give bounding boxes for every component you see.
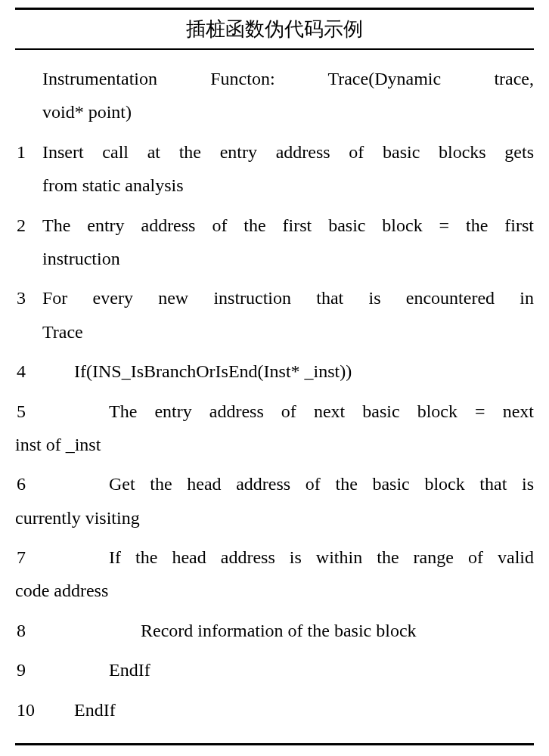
code-row: 8Record information of the basic block (15, 611, 534, 650)
line-segment: code address (15, 574, 534, 607)
line-number: 8 (15, 614, 42, 647)
code-row: 3For every new instruction that is encou… (15, 278, 534, 352)
header-text-block: Instrumentation Functon: Trace(Dynamic t… (42, 62, 534, 129)
line-number: 5 (15, 395, 42, 428)
code-row: 2The entry address of the first basic bl… (15, 206, 534, 279)
code-row: 4If(INS_IsBranchOrIsEnd(Inst* _inst)) (15, 352, 534, 391)
pseudocode-table: 插桩函数伪代码示例 Instrumentation Functon: Trace… (15, 8, 534, 745)
line-segment: Get the head address of the basic block … (42, 467, 534, 500)
header-row: Instrumentation Functon: Trace(Dynamic t… (15, 59, 534, 132)
line-segment: EndIf (42, 693, 534, 727)
line-number: 10 (15, 693, 42, 727)
line-number: 7 (15, 541, 42, 574)
line-segment: If the head address is within the range … (42, 541, 534, 574)
line-text: Record information of the basic block (42, 614, 534, 647)
table-title: 插桩函数伪代码示例 (186, 18, 363, 40)
line-text: The entry address of the first basic blo… (42, 209, 534, 276)
table-title-row: 插桩函数伪代码示例 (15, 10, 534, 50)
line-text: For every new instruction that is encoun… (42, 281, 534, 349)
code-row: 7If the head address is within the range… (15, 538, 534, 611)
line-text: The entry address of next basic block = … (42, 395, 534, 462)
line-segment: The entry address of the first basic blo… (42, 209, 534, 242)
table-content: Instrumentation Functon: Trace(Dynamic t… (15, 50, 534, 743)
line-segment: If(INS_IsBranchOrIsEnd(Inst* _inst)) (42, 355, 534, 388)
line-text: If(INS_IsBranchOrIsEnd(Inst* _inst)) (42, 355, 534, 388)
line-number: 4 (15, 355, 42, 388)
header-line-2: void* point) (42, 95, 534, 129)
line-segment: instruction (42, 242, 534, 275)
code-row: 10EndIf (15, 690, 534, 730)
line-segment: inst of _inst (15, 428, 534, 461)
line-segment: EndIf (42, 653, 534, 686)
line-segment: Insert call at the entry address of basi… (42, 135, 534, 169)
line-text: EndIf (42, 693, 534, 727)
line-segment: The entry address of next basic block = … (42, 395, 534, 428)
line-segment: currently visiting (15, 501, 534, 534)
line-text: EndIf (42, 653, 534, 686)
line-number: 1 (15, 135, 42, 169)
line-number: 3 (15, 281, 42, 314)
code-row: 6Get the head address of the basic block… (15, 464, 534, 538)
line-segment: Trace (42, 315, 534, 349)
line-number: 9 (15, 653, 42, 686)
line-text: Get the head address of the basic block … (42, 467, 534, 534)
line-text: If the head address is within the range … (42, 541, 534, 608)
line-segment: For every new instruction that is encoun… (42, 281, 534, 314)
line-number: 2 (15, 209, 42, 242)
line-number: 6 (15, 467, 42, 500)
line-segment: from static analysis (42, 169, 534, 202)
code-lines-container: 1Insert call at the entry address of bas… (15, 132, 534, 730)
code-row: 1Insert call at the entry address of bas… (15, 132, 534, 206)
code-row: 5The entry address of next basic block =… (15, 392, 534, 465)
line-text: Insert call at the entry address of basi… (42, 135, 534, 203)
code-row: 9EndIf (15, 650, 534, 689)
line-segment: Record information of the basic block (42, 614, 534, 647)
header-line-1: Instrumentation Functon: Trace(Dynamic t… (42, 62, 534, 95)
